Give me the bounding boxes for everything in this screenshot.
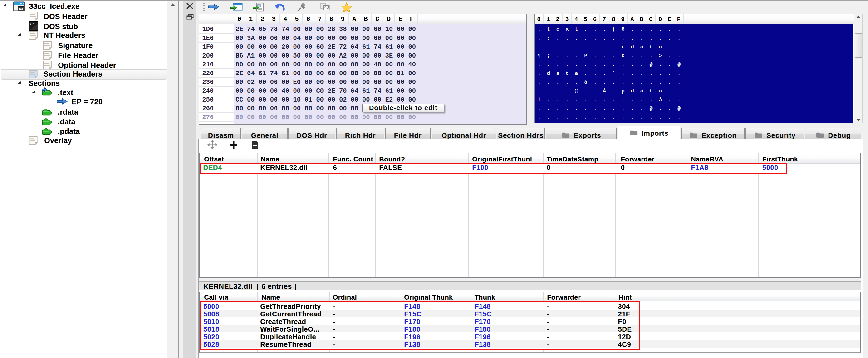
svg-text:64: 64 bbox=[19, 7, 23, 11]
svg-text:C:\: C:\ bbox=[30, 23, 34, 26]
